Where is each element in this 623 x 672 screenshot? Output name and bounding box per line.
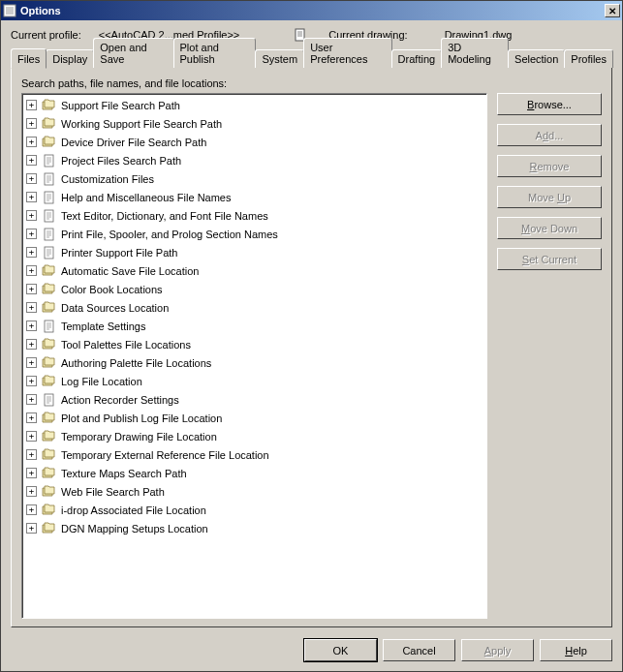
set-current-button[interactable]: Set Current (497, 248, 602, 270)
expand-icon[interactable]: + (26, 192, 37, 202)
folder-stack-icon (42, 430, 57, 443)
svg-rect-7 (45, 247, 53, 259)
tab-panel-files: Search paths, file names, and file locat… (11, 67, 612, 627)
expand-icon[interactable]: + (26, 173, 37, 184)
tree-item[interactable]: +Temporary Drawing File Location (26, 427, 483, 445)
tree-item[interactable]: +Texture Maps Search Path (26, 464, 483, 482)
cancel-button[interactable]: Cancel (383, 639, 455, 661)
tree-item[interactable]: +i-drop Associated File Location (26, 501, 483, 519)
tree-item[interactable]: +Working Support File Search Path (26, 114, 483, 133)
panel-label: Search paths, file names, and file locat… (21, 77, 602, 89)
tree-item[interactable]: +Action Recorder Settings (26, 390, 483, 409)
tab-drafting[interactable]: Drafting (391, 49, 443, 68)
expand-icon[interactable]: + (26, 357, 37, 368)
expand-icon[interactable]: + (26, 321, 37, 331)
expand-icon[interactable]: + (26, 486, 37, 497)
tree-item[interactable]: +Temporary External Reference File Locat… (26, 445, 483, 464)
expand-icon[interactable]: + (26, 412, 37, 423)
tab-files[interactable]: Files (11, 48, 47, 69)
help-button[interactable]: Help (540, 639, 612, 661)
close-button[interactable]: ✕ (605, 4, 620, 17)
tree-item-label: Color Book Locations (61, 284, 163, 295)
tree-item-label: Help and Miscellaneous File Names (61, 192, 231, 203)
tree-item[interactable]: +Project Files Search Path (26, 151, 483, 169)
expand-icon[interactable]: + (26, 468, 37, 478)
expand-icon[interactable]: + (26, 210, 37, 221)
tree-item-label: Support File Search Path (61, 100, 180, 111)
expand-icon[interactable]: + (26, 394, 37, 405)
content-area: Current profile: <<AutoCAD 2...med Profi… (1, 20, 622, 631)
expand-icon[interactable]: + (26, 339, 37, 350)
browse-button[interactable]: Browse... (497, 93, 602, 115)
move-down-button[interactable]: Move Down (497, 217, 602, 239)
folder-stack-icon (42, 485, 57, 499)
tree-item[interactable]: +Color Book Locations (26, 280, 483, 298)
tab-open-and-save[interactable]: Open and Save (93, 38, 173, 68)
tree-item-label: Web File Search Path (61, 486, 165, 498)
tree-item[interactable]: +Printer Support File Path (26, 243, 483, 261)
tab-strip: FilesDisplayOpen and SavePlot and Publis… (11, 47, 612, 68)
expand-icon[interactable]: + (26, 284, 37, 294)
tree-item[interactable]: +Text Editor, Dictionary, and Font File … (26, 206, 483, 225)
tree-item[interactable]: +Automatic Save File Location (26, 261, 483, 280)
file-icon (42, 393, 57, 407)
tree-item[interactable]: +Customization Files (26, 169, 483, 188)
tree-view[interactable]: +Support File Search Path+Working Suppor… (21, 93, 487, 619)
expand-icon[interactable]: + (26, 504, 37, 515)
move-up-button[interactable]: Move Up (497, 186, 602, 208)
expand-icon[interactable]: + (26, 155, 37, 166)
app-icon (3, 4, 16, 17)
tab-user-preferences[interactable]: User Preferences (303, 38, 391, 68)
options-window: Options ✕ Current profile: <<AutoCAD 2..… (0, 0, 623, 672)
tab-profiles[interactable]: Profiles (564, 49, 613, 68)
tree-item[interactable]: +Web File Search Path (26, 482, 483, 501)
folder-stack-icon (42, 448, 57, 462)
tree-item-label: Texture Maps Search Path (61, 468, 187, 479)
expand-icon[interactable]: + (26, 247, 37, 258)
svg-rect-6 (45, 229, 53, 240)
file-icon (42, 191, 57, 204)
tree-item[interactable]: +Print File, Spooler, and Prolog Section… (26, 225, 483, 243)
tab-selection[interactable]: Selection (508, 49, 565, 68)
expand-icon[interactable]: + (26, 229, 37, 239)
tree-item[interactable]: +Data Sources Location (26, 298, 483, 317)
tree-item[interactable]: +Help and Miscellaneous File Names (26, 188, 483, 206)
tab-3d-modeling[interactable]: 3D Modeling (441, 38, 509, 68)
tab-system[interactable]: System (255, 49, 304, 68)
folder-stack-icon (42, 375, 57, 388)
svg-rect-3 (45, 173, 53, 185)
expand-icon[interactable]: + (26, 265, 37, 276)
file-icon (42, 172, 57, 186)
expand-icon[interactable]: + (26, 431, 37, 442)
expand-icon[interactable]: + (26, 449, 37, 460)
ok-button[interactable]: OK (304, 639, 377, 661)
expand-icon[interactable]: + (26, 376, 37, 386)
tree-item[interactable]: +Template Settings (26, 317, 483, 335)
folder-stack-icon (42, 467, 57, 480)
apply-button[interactable]: Apply (461, 639, 534, 661)
tree-item-label: Device Driver File Search Path (61, 137, 206, 148)
tree-item[interactable]: +Tool Palettes File Locations (26, 335, 483, 353)
folder-stack-icon (42, 283, 57, 296)
tree-item-label: Authoring Palette File Locations (61, 357, 211, 369)
tree-item-label: Tool Palettes File Locations (61, 339, 191, 351)
tree-item[interactable]: +Plot and Publish Log File Location (26, 409, 483, 427)
remove-button[interactable]: Remove (497, 155, 602, 177)
expand-icon[interactable]: + (26, 137, 37, 147)
tree-item[interactable]: +DGN Mapping Setups Location (26, 519, 483, 537)
tab-display[interactable]: Display (46, 49, 94, 68)
expand-icon[interactable]: + (26, 302, 37, 313)
tree-item-label: Text Editor, Dictionary, and Font File N… (61, 210, 268, 222)
file-icon (42, 246, 57, 260)
expand-icon[interactable]: + (26, 523, 37, 534)
tree-item-label: Template Settings (61, 321, 145, 332)
expand-icon[interactable]: + (26, 118, 37, 129)
tree-item[interactable]: +Device Driver File Search Path (26, 133, 483, 151)
current-profile-label: Current profile: (11, 29, 81, 41)
tree-item[interactable]: +Log File Location (26, 372, 483, 390)
add-button[interactable]: Add... (497, 124, 602, 146)
expand-icon[interactable]: + (26, 100, 37, 110)
tree-item[interactable]: +Authoring Palette File Locations (26, 353, 483, 372)
tree-item[interactable]: +Support File Search Path (26, 96, 483, 114)
tab-plot-and-publish[interactable]: Plot and Publish (173, 38, 257, 68)
